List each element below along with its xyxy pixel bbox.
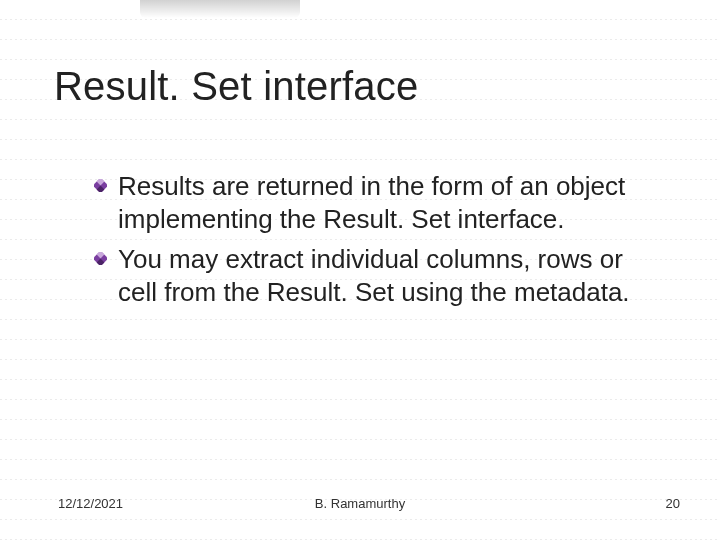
top-shadow-decoration	[140, 0, 300, 18]
slide-title: Result. Set interface	[54, 64, 418, 109]
slide-footer: 12/12/2021 B. Ramamurthy 20	[0, 496, 720, 516]
footer-date: 12/12/2021	[58, 496, 123, 511]
diamond-bullet-icon	[94, 252, 107, 265]
slide-content: Results are returned in the form of an o…	[94, 170, 650, 315]
footer-author: B. Ramamurthy	[315, 496, 405, 511]
list-item: Results are returned in the form of an o…	[94, 170, 650, 237]
list-item-text: You may extract individual columns, rows…	[118, 244, 630, 307]
diamond-bullet-icon	[94, 179, 107, 192]
list-item-text: Results are returned in the form of an o…	[118, 171, 625, 234]
list-item: You may extract individual columns, rows…	[94, 243, 650, 310]
footer-page-number: 20	[666, 496, 680, 511]
slide: Result. Set interface Results are return…	[0, 0, 720, 540]
